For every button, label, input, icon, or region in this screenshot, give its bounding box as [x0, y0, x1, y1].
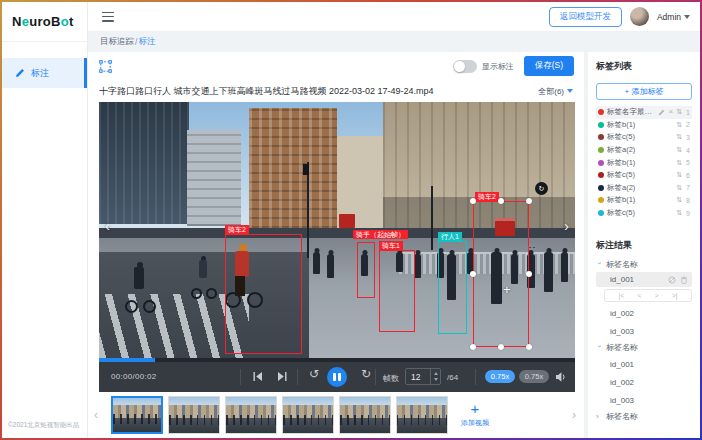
pager-first-icon[interactable]: |<	[618, 292, 623, 299]
sort-icon[interactable]: ⇅	[676, 171, 682, 179]
volume-icon[interactable]	[555, 372, 567, 382]
result-id: id_002	[610, 378, 634, 387]
sidebar-item-annotate[interactable]: 标注	[2, 58, 87, 88]
step-up-icon[interactable]	[434, 372, 438, 375]
video-thumbnail[interactable]	[339, 396, 391, 434]
step-down-icon[interactable]	[434, 378, 438, 381]
rewind-10-icon[interactable]: ↺	[309, 368, 319, 380]
back-to-model-dev-button[interactable]: 返回模型开发	[549, 7, 622, 27]
edit-tag-icon[interactable]	[658, 109, 665, 116]
bounding-box-selected[interactable]	[473, 201, 529, 347]
user-menu[interactable]: Admin	[657, 12, 690, 22]
strip-right-chevron[interactable]: ›	[572, 409, 576, 421]
next-frame-icon[interactable]	[277, 372, 287, 381]
resize-handle[interactable]	[526, 344, 532, 350]
sort-icon[interactable]: ⇅	[676, 121, 682, 129]
resize-handle[interactable]	[526, 198, 532, 204]
resize-handle[interactable]	[498, 344, 504, 350]
pencil-icon	[15, 68, 25, 78]
scene-building	[187, 130, 241, 226]
sort-icon[interactable]: ⇅	[676, 209, 682, 217]
result-item[interactable]: id_002	[596, 373, 692, 391]
video-thumbnail[interactable]	[168, 396, 220, 434]
sort-icon[interactable]: ⇅	[676, 108, 682, 116]
show-annotation-toggle[interactable]	[453, 60, 477, 73]
result-group-header[interactable]: ›标签名称	[596, 409, 692, 424]
prev-frame-icon[interactable]	[253, 372, 263, 381]
speed-button-active[interactable]: 0.75x	[485, 370, 515, 383]
video-canvas[interactable]: 骑车2 骑手（起始帧） 骑车1 行人1 骑车2	[99, 102, 575, 358]
tag-color-dot	[598, 109, 604, 115]
resize-handle[interactable]	[470, 344, 476, 350]
speed-button[interactable]: 0.75x	[519, 370, 549, 383]
save-button[interactable]: 保存(S)	[524, 56, 574, 76]
resize-handle[interactable]	[526, 271, 532, 277]
delete-tag-icon[interactable]: ×	[668, 108, 673, 116]
sort-icon[interactable]: ⇅	[676, 159, 682, 167]
trash-icon[interactable]	[680, 276, 688, 284]
hide-icon[interactable]	[668, 276, 676, 284]
resize-handle[interactable]	[470, 198, 476, 204]
frame-number-input[interactable]: 12	[405, 368, 441, 385]
strip-left-chevron[interactable]: ‹	[94, 409, 98, 421]
video-thumbnail[interactable]	[225, 396, 277, 434]
menu-collapse-icon[interactable]	[102, 12, 114, 22]
frame-pager: |< < > >|	[604, 289, 692, 302]
tag-color-dot	[598, 160, 604, 166]
topbar: 返回模型开发 Admin	[88, 2, 700, 32]
app-logo: NeuroBot	[2, 2, 87, 42]
tag-list-item[interactable]: 标签c(5)⇅9	[596, 207, 692, 220]
add-tag-button[interactable]: + 添加标签	[596, 83, 692, 100]
bounding-box[interactable]	[379, 250, 415, 332]
breadcrumb-parent[interactable]: 目标追踪	[100, 36, 134, 48]
sort-icon[interactable]: ⇅	[676, 133, 682, 141]
result-item[interactable]: id_002	[596, 304, 692, 322]
bounding-box[interactable]	[225, 234, 302, 354]
result-panel-title: 标注结果	[596, 239, 692, 252]
bounding-box[interactable]	[438, 241, 467, 334]
tag-color-dot	[598, 172, 604, 178]
video-thumbnail[interactable]	[282, 396, 334, 434]
prev-video-chevron[interactable]: ‹	[105, 218, 110, 233]
sort-icon[interactable]: ⇅	[676, 146, 682, 154]
bounding-box[interactable]	[357, 242, 375, 298]
box-action-icon[interactable]: ↻	[535, 182, 548, 195]
avatar[interactable]	[630, 7, 649, 26]
pause-button[interactable]	[327, 367, 347, 387]
frame-stepper[interactable]	[430, 369, 440, 384]
tag-name: 标签b(1)	[607, 120, 673, 130]
tag-list-item[interactable]: 标签名字最长数... × ⇅ 1	[596, 106, 692, 119]
video-thumbnail-selected[interactable]	[111, 396, 163, 434]
result-item[interactable]: id_001	[596, 355, 692, 373]
rect-select-tool-icon[interactable]	[98, 59, 113, 74]
add-video-button[interactable]: + 添加视频	[454, 394, 496, 436]
tag-list-item[interactable]: 标签a(2)⇅4	[596, 144, 692, 157]
pager-prev-icon[interactable]: <	[637, 292, 641, 299]
result-group-header[interactable]: ›标签名称	[596, 340, 692, 355]
result-group-header[interactable]: ›标签名称	[596, 257, 692, 272]
result-item[interactable]: id_003	[596, 391, 692, 409]
logo-text: o	[43, 14, 51, 29]
tag-list-item[interactable]: 标签c(5)⇅6	[596, 169, 692, 182]
next-video-chevron[interactable]: ›	[564, 218, 569, 233]
tag-list-item[interactable]: 标签c(5)⇅3	[596, 131, 692, 144]
tag-list-item[interactable]: 标签a(2)⇅7	[596, 182, 692, 195]
result-item[interactable]: id_003	[596, 322, 692, 340]
pager-next-icon[interactable]: >	[655, 292, 659, 299]
tag-list-item[interactable]: 标签b(1)⇅8	[596, 194, 692, 207]
result-item-selected[interactable]: id_001	[596, 272, 692, 287]
resize-handle[interactable]	[470, 271, 476, 277]
tag-list-item[interactable]: 标签b(1)⇅2	[596, 119, 692, 132]
scene-person	[414, 254, 421, 278]
tag-list-item[interactable]: 标签b(1)⇅5	[596, 156, 692, 169]
resize-handle[interactable]	[498, 198, 504, 204]
filter-dropdown[interactable]: 全部(6)	[538, 86, 573, 97]
sort-icon[interactable]: ⇅	[676, 184, 682, 192]
video-thumbnail[interactable]	[396, 396, 448, 434]
pager-last-icon[interactable]: >|	[672, 292, 677, 299]
tag-order: 7	[685, 184, 690, 191]
thumbnail-image	[397, 397, 447, 433]
show-annotation-label: 显示标注	[482, 61, 514, 72]
forward-10-icon[interactable]: ↻	[361, 368, 371, 380]
sort-icon[interactable]: ⇅	[676, 196, 682, 204]
